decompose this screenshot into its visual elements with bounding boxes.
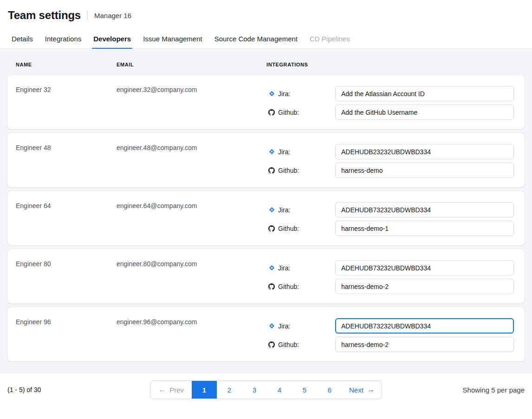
github-label-group: Github: bbox=[266, 341, 335, 348]
table-header: NAME EMAIL INTEGRATIONS bbox=[7, 56, 525, 75]
developer-email: engineer.32@company.com bbox=[117, 86, 266, 120]
tab-source-code-management[interactable]: Source Code Management bbox=[208, 29, 304, 48]
next-label: Next bbox=[349, 386, 363, 394]
jira-icon bbox=[268, 207, 275, 213]
integrations-cell: Jira: Github: bbox=[266, 144, 516, 178]
tab-developers[interactable]: Developers bbox=[87, 29, 137, 48]
developer-name: Engineer 64 bbox=[16, 202, 117, 236]
developer-name: Engineer 32 bbox=[16, 86, 117, 120]
page-button-6[interactable]: 6 bbox=[317, 381, 342, 399]
jira-label: Jira: bbox=[278, 206, 290, 214]
github-integration-row: Github: bbox=[266, 105, 516, 120]
jira-icon bbox=[268, 91, 275, 97]
jira-icon bbox=[268, 265, 275, 271]
jira-label: Jira: bbox=[278, 148, 290, 156]
jira-account-input[interactable] bbox=[335, 202, 514, 217]
jira-label: Jira: bbox=[278, 90, 290, 98]
developer-email: engineer.80@company.com bbox=[117, 260, 266, 294]
github-icon bbox=[268, 341, 275, 348]
developers-panel: NAME EMAIL INTEGRATIONS Engineer 32 engi… bbox=[0, 49, 532, 373]
jira-integration-row: Jira: bbox=[266, 318, 516, 334]
github-username-input[interactable] bbox=[335, 221, 514, 236]
page-header: Team settings Manager 16 bbox=[0, 0, 532, 29]
github-username-input[interactable] bbox=[335, 105, 514, 120]
jira-label-group: Jira: bbox=[266, 90, 335, 98]
github-label: Github: bbox=[278, 283, 299, 290]
pagination-range: (1 - 5) of 30 bbox=[7, 386, 150, 393]
jira-label-group: Jira: bbox=[266, 206, 335, 214]
github-label: Github: bbox=[278, 341, 299, 348]
jira-account-input[interactable] bbox=[335, 144, 514, 159]
tab-bar: Details Integrations Developers Issue Ma… bbox=[0, 29, 532, 49]
developer-name: Engineer 80 bbox=[16, 260, 117, 294]
jira-account-input[interactable] bbox=[335, 260, 514, 275]
jira-icon bbox=[268, 149, 275, 155]
github-icon bbox=[268, 225, 275, 232]
tab-cd-pipelines: CD Pipelines bbox=[304, 29, 356, 48]
github-integration-row: Github: bbox=[266, 163, 516, 178]
jira-label: Jira: bbox=[278, 322, 290, 330]
jira-integration-row: Jira: bbox=[266, 144, 516, 159]
developer-row: Engineer 96 engineer.96@company.com Jira… bbox=[7, 307, 525, 361]
jira-label-group: Jira: bbox=[266, 322, 335, 330]
tab-details[interactable]: Details bbox=[6, 29, 39, 48]
github-label-group: Github: bbox=[266, 225, 335, 232]
jira-label: Jira: bbox=[278, 264, 290, 272]
header-subtitle: Manager 16 bbox=[94, 12, 131, 20]
developer-email: engineer.96@company.com bbox=[117, 318, 266, 352]
github-username-input[interactable] bbox=[335, 337, 514, 352]
per-page-text: Showing 5 per page bbox=[382, 386, 525, 394]
right-arrow-icon: → bbox=[367, 386, 375, 393]
github-label-group: Github: bbox=[266, 167, 335, 174]
jira-icon bbox=[268, 323, 275, 329]
github-username-input[interactable] bbox=[335, 163, 514, 178]
tab-integrations[interactable]: Integrations bbox=[39, 29, 87, 48]
developer-row: Engineer 48 engineer.48@company.com Jira… bbox=[7, 133, 525, 187]
developer-row: Engineer 80 engineer.80@company.com Jira… bbox=[7, 249, 525, 303]
next-page-button[interactable]: Next → bbox=[342, 381, 382, 399]
github-icon bbox=[268, 283, 275, 290]
tab-issue-management[interactable]: Issue Management bbox=[137, 29, 208, 48]
column-header-email: EMAIL bbox=[117, 62, 266, 67]
page-button-4[interactable]: 4 bbox=[267, 381, 292, 399]
integrations-cell: Jira: Github: bbox=[266, 202, 516, 236]
page-button-1[interactable]: 1 bbox=[192, 381, 217, 399]
left-arrow-icon: ← bbox=[158, 386, 166, 393]
github-label-group: Github: bbox=[266, 283, 335, 290]
page-title: Team settings bbox=[8, 9, 81, 22]
github-icon bbox=[268, 167, 275, 174]
github-label-group: Github: bbox=[266, 109, 335, 116]
github-label: Github: bbox=[278, 167, 299, 174]
column-header-name: NAME bbox=[16, 62, 117, 67]
integrations-cell: Jira: Github: bbox=[266, 260, 516, 294]
integrations-cell: Jira: Github: bbox=[266, 318, 516, 352]
jira-integration-row: Jira: bbox=[266, 202, 516, 217]
page-button-2[interactable]: 2 bbox=[217, 381, 242, 399]
developer-row: Engineer 64 engineer.64@company.com Jira… bbox=[7, 191, 525, 245]
github-username-input[interactable] bbox=[335, 279, 514, 294]
developer-name: Engineer 96 bbox=[16, 318, 117, 352]
github-icon bbox=[268, 109, 275, 116]
jira-account-input-focused[interactable] bbox=[335, 318, 514, 334]
column-header-integrations: INTEGRATIONS bbox=[266, 62, 516, 67]
developer-name: Engineer 48 bbox=[16, 144, 117, 178]
github-integration-row: Github: bbox=[266, 221, 516, 236]
developer-email: engineer.48@company.com bbox=[117, 144, 266, 178]
prev-page-button[interactable]: ← Prev bbox=[150, 381, 192, 399]
pagination-control: ← Prev 1 2 3 4 5 6 Next → bbox=[150, 380, 382, 399]
github-integration-row: Github: bbox=[266, 279, 516, 294]
prev-label: Prev bbox=[169, 386, 184, 394]
jira-integration-row: Jira: bbox=[266, 260, 516, 275]
github-integration-row: Github: bbox=[266, 337, 516, 352]
jira-account-input[interactable] bbox=[335, 86, 514, 101]
developer-email: engineer.64@company.com bbox=[117, 202, 266, 236]
page-button-5[interactable]: 5 bbox=[292, 381, 317, 399]
developer-row: Engineer 32 engineer.32@company.com Jira… bbox=[7, 75, 525, 129]
page-button-3[interactable]: 3 bbox=[242, 381, 267, 399]
pagination-bar: (1 - 5) of 30 ← Prev 1 2 3 4 5 6 Next → … bbox=[0, 373, 532, 399]
jira-integration-row: Jira: bbox=[266, 86, 516, 101]
jira-label-group: Jira: bbox=[266, 264, 335, 272]
github-label: Github: bbox=[278, 109, 299, 116]
github-label: Github: bbox=[278, 225, 299, 232]
header-divider bbox=[87, 11, 88, 20]
